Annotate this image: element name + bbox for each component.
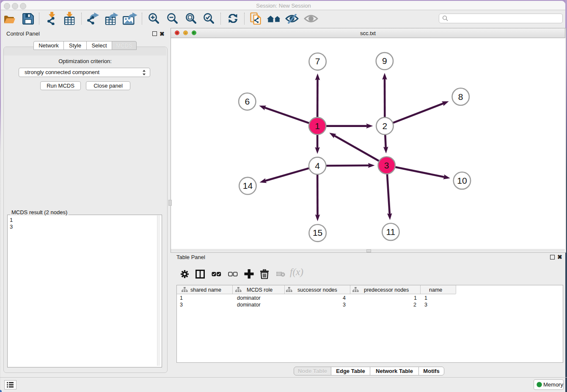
svg-text:7: 7 — [315, 56, 320, 66]
svg-text:10: 10 — [457, 176, 467, 185]
svg-text:15: 15 — [313, 228, 322, 237]
svg-text:4: 4 — [315, 161, 320, 171]
svg-text:3: 3 — [384, 160, 389, 170]
svg-text:8: 8 — [458, 92, 463, 102]
svg-text:6: 6 — [245, 97, 250, 106]
svg-text:1: 1 — [315, 121, 320, 131]
svg-text:14: 14 — [243, 181, 253, 190]
svg-text:9: 9 — [382, 56, 387, 66]
svg-text:11: 11 — [386, 227, 395, 237]
svg-text:2: 2 — [383, 121, 388, 131]
